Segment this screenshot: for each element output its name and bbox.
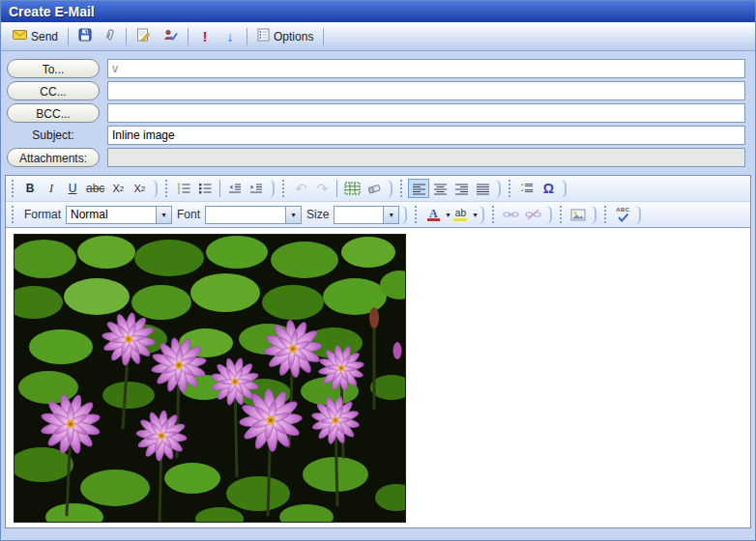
- send-button-label: Send: [31, 30, 58, 43]
- align-center-button[interactable]: [429, 179, 451, 198]
- text-color-button[interactable]: A: [422, 205, 444, 224]
- to-input[interactable]: [107, 59, 745, 78]
- cc-input[interactable]: [107, 81, 745, 100]
- editor-toolbar-row1: B I U abc X2 X2 ↶ ↷: [6, 176, 750, 202]
- toolbar-group-cap: [546, 206, 552, 224]
- bold-button[interactable]: B: [19, 179, 41, 198]
- document-pencil-icon: [136, 28, 151, 44]
- toolbar-grip: [415, 206, 419, 223]
- main-toolbar: Send ! ↓: [1, 22, 755, 51]
- insert-link-button[interactable]: [500, 205, 522, 224]
- toolbar-separator: [188, 28, 189, 45]
- remove-format-eraser-button[interactable]: [363, 179, 385, 198]
- font-label: Font: [177, 208, 200, 221]
- toolbar-group-cap: [561, 180, 567, 198]
- toolbar-grip: [400, 180, 404, 197]
- toolbar-grip: [282, 180, 286, 197]
- horizontal-rule-button[interactable]: [516, 179, 538, 198]
- cc-button[interactable]: CC...: [7, 81, 100, 100]
- italic-button[interactable]: I: [41, 179, 62, 198]
- inline-image-water-lilies[interactable]: Photograph of pink water lilies among gr…: [14, 234, 406, 523]
- save-button[interactable]: [73, 24, 98, 48]
- chevron-down-icon[interactable]: ▾: [156, 207, 171, 223]
- toolbar-grip: [12, 180, 15, 197]
- address-fields: To... CC... BCC... Subject: Attachments:: [7, 59, 749, 170]
- bcc-button[interactable]: BCC...: [7, 103, 100, 123]
- bcc-input[interactable]: [107, 103, 745, 123]
- high-importance-button[interactable]: !: [192, 25, 218, 48]
- toolbar-separator: [219, 180, 220, 197]
- toolbar-grip: [560, 206, 564, 223]
- special-character-button[interactable]: Ω: [538, 179, 559, 198]
- chevron-down-icon[interactable]: ▾: [383, 207, 398, 223]
- save-icon: [78, 28, 92, 44]
- toolbar-group-cap: [269, 180, 275, 198]
- options-button[interactable]: Options: [251, 24, 319, 48]
- highlight-icon: ab: [455, 209, 466, 218]
- align-right-button[interactable]: [451, 179, 472, 198]
- low-importance-button[interactable]: ↓: [218, 25, 243, 48]
- bullet-list-button[interactable]: [194, 179, 216, 198]
- underline-button[interactable]: U: [62, 179, 83, 198]
- toolbar-group-cap: [495, 180, 501, 198]
- attachments-row: Attachments:: [7, 148, 749, 167]
- toolbar-grip: [492, 206, 496, 223]
- font-select[interactable]: ▾: [205, 206, 302, 224]
- toolbar-separator: [247, 28, 247, 45]
- toolbar-group-cap: [152, 180, 158, 198]
- toolbar-separator: [68, 28, 69, 45]
- subscript-button[interactable]: X2: [107, 179, 129, 198]
- size-select[interactable]: ▾: [334, 206, 399, 224]
- strikethrough-button[interactable]: abc: [83, 179, 107, 198]
- numbered-list-button[interactable]: [173, 179, 194, 198]
- increase-indent-button[interactable]: [246, 179, 267, 198]
- redo-button[interactable]: ↷: [311, 179, 333, 198]
- send-button[interactable]: Send: [7, 25, 64, 47]
- align-left-button[interactable]: [408, 179, 429, 198]
- signature-button[interactable]: [131, 24, 157, 48]
- message-body[interactable]: Photograph of pink water lilies among gr…: [6, 228, 750, 527]
- format-select[interactable]: Normal ▾: [66, 206, 172, 224]
- remove-link-button[interactable]: [522, 205, 544, 224]
- superscript-button[interactable]: X2: [129, 179, 150, 198]
- undo-button[interactable]: ↶: [290, 179, 311, 198]
- bcc-row: BCC...: [7, 103, 749, 123]
- options-document-icon: [257, 28, 270, 44]
- toolbar-group-cap: [387, 180, 393, 198]
- attachments-button[interactable]: Attachments:: [7, 148, 100, 167]
- editor-toolbar-row2: Format Normal ▾ Font ▾ Size ▾ A ▾: [6, 202, 750, 228]
- spellcheck-button[interactable]: ABC: [612, 205, 633, 224]
- window-title: Create E-Mail: [9, 4, 95, 19]
- insert-image-button[interactable]: [567, 205, 589, 224]
- checkmark-icon: [617, 213, 629, 222]
- envelope-icon: [13, 29, 27, 43]
- person-check-icon: [162, 28, 178, 44]
- toolbar-separator: [126, 28, 127, 45]
- highlight-color-button[interactable]: ab: [450, 205, 471, 224]
- options-button-label: Options: [274, 30, 313, 43]
- subject-input[interactable]: [107, 126, 745, 145]
- rich-text-editor: B I U abc X2 X2 ↶ ↷: [5, 175, 751, 528]
- to-button[interactable]: To...: [7, 59, 100, 78]
- to-row: To...: [7, 59, 749, 78]
- toolbar-separator: [336, 180, 337, 197]
- low-importance-icon: ↓: [223, 29, 237, 44]
- toolbar-grip: [165, 180, 169, 197]
- insert-table-button[interactable]: [341, 179, 363, 198]
- check-names-button[interactable]: [157, 24, 184, 48]
- subscript-mark: 2: [120, 185, 124, 193]
- justify-button[interactable]: [472, 179, 493, 198]
- paperclip-icon: [103, 28, 116, 44]
- title-bar: Create E-Mail: [1, 1, 755, 22]
- chevron-down-icon[interactable]: ▾: [285, 207, 301, 223]
- subject-row: Subject:: [7, 126, 749, 145]
- text-color-swatch: [427, 218, 440, 221]
- toolbar-group-cap: [479, 206, 484, 224]
- format-label: Format: [24, 208, 61, 221]
- chevron-down-icon[interactable]: ▾: [473, 211, 477, 219]
- attach-file-button[interactable]: [98, 24, 122, 48]
- toolbar-grip: [604, 206, 608, 223]
- decrease-indent-button[interactable]: [224, 179, 246, 198]
- subject-label: Subject:: [7, 128, 100, 142]
- toolbar-grip: [12, 206, 15, 223]
